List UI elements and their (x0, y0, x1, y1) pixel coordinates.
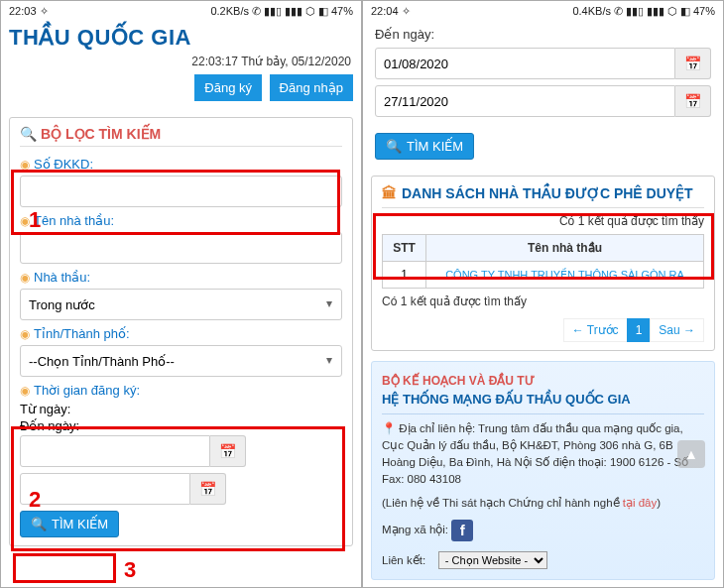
footer-system-title: HỆ THỐNG MẠNG ĐẤU THẦU QUỐC GIA (382, 390, 704, 414)
date1-input[interactable] (375, 48, 675, 79)
vibrate-icon: ✆ (614, 5, 623, 18)
app-title: THẦU QUỐC GIA (1, 21, 361, 53)
annotation-box-3 (13, 553, 116, 583)
footer-social-row: Mạng xã hội: f (382, 520, 704, 541)
dot-icon (20, 213, 30, 228)
statusbar: 22:04 ✧ 0.4KB/s ✆ ▮▮▯ ▮▮▮ ⬡ ◧ 47% (363, 1, 723, 21)
calendar-icon[interactable]: 📅 (675, 48, 711, 79)
footer-address-text: Địa chỉ liên hệ: Trung tâm đấu thầu qua … (382, 422, 688, 486)
status-speed: 0.4KB/s (572, 5, 611, 17)
footer-contact-suffix: ) (657, 497, 661, 509)
filter-panel: 🔍 BỘ LỌC TÌM KIẾM Số ĐKKD: Tên nhà thầu:… (9, 117, 353, 546)
dot-icon (20, 383, 30, 398)
nhathau-select[interactable]: Trong nước (20, 289, 342, 320)
calendar-icon[interactable]: 📅 (210, 435, 246, 467)
signal-icon: ▮▮▯ (264, 5, 282, 18)
results-panel: 🏛 DANH SÁCH NHÀ THẦU ĐƯỢC PHÊ DUYỆT Có 1… (371, 176, 715, 351)
footer-link-label: Liên kết: (382, 554, 425, 566)
signal-icon: ▮▮▯ (626, 5, 644, 18)
footer-address: 📍 Địa chỉ liên hệ: Trung tâm đấu thầu qu… (382, 420, 704, 489)
dot-icon (20, 326, 30, 341)
table-row: 1 CÔNG TY TNHH TRUYỀN THÔNG SÀI GÒN RA (383, 262, 704, 289)
register-button[interactable]: Đăng ký (194, 74, 262, 101)
pager-prev[interactable]: ← Trước (563, 318, 628, 342)
tinh-select[interactable]: --Chọn Tỉnh/Thành Phố-- (20, 345, 342, 377)
footer-links-row: Liên kết: - Chọn Website - (382, 551, 704, 569)
results-table: STT Tên nhà thầu 1 CÔNG TY TNHH TRUYỀN T… (382, 234, 704, 289)
date2-input[interactable] (375, 85, 675, 117)
table-header-row: STT Tên nhà thầu (383, 235, 704, 262)
results-count-top: Có 1 kết quả được tìm thấy (382, 208, 704, 234)
status-speed: 0.2KB/s (210, 5, 249, 17)
battery-icon: ◧ (680, 5, 690, 18)
results-header: 🏛 DANH SÁCH NHÀ THẦU ĐƯỢC PHÊ DUYỆT (382, 184, 704, 208)
cell-name-link[interactable]: CÔNG TY TNHH TRUYỀN THÔNG SÀI GÒN RA (426, 262, 704, 289)
status-time: 22:04 (371, 5, 399, 17)
field-label-ten: Tên nhà thầu: (34, 213, 114, 228)
battery-icon: ◧ (318, 5, 328, 18)
to-date-input[interactable] (20, 473, 190, 505)
pin-icon: 📍 (382, 422, 396, 434)
annotation-number-3: 3 (124, 557, 136, 583)
scroll-top-button[interactable]: ▲ (677, 440, 705, 468)
footer-contact: (Liên hệ về Thi sát hạch Chứng chỉ hành … (382, 495, 704, 512)
search-icon: 🔍 (31, 517, 47, 531)
footer-panel: BỘ KẾ HOẠCH VÀ ĐẦU TƯ HỆ THỐNG MẠNG ĐẤU … (371, 361, 715, 580)
field-label-nhathau: Nhà thầu: (34, 270, 90, 285)
dkkd-input[interactable] (20, 176, 342, 207)
status-battery: 47% (331, 5, 353, 17)
footer-contact-prefix: (Liên hệ về Thi sát hạch Chứng chỉ hành … (382, 497, 623, 509)
page-datetime: 22:03:17 Thứ bảy, 05/12/2020 (1, 53, 361, 74)
pager: ← Trước1Sau → (382, 314, 704, 342)
col-ten: Tên nhà thầu (426, 235, 704, 262)
results-header-label: DANH SÁCH NHÀ THẦU ĐƯỢC PHÊ DUYỆT (402, 185, 693, 201)
building-icon: 🏛 (382, 184, 397, 201)
footer-contact-link[interactable]: tại đây (623, 497, 658, 509)
wifi-icon: ⬡ (305, 5, 315, 18)
field-label-thoigian: Thời gian đăng ký: (34, 383, 140, 398)
search-button-label: TÌM KIẾM (407, 139, 463, 154)
pager-next[interactable]: Sau → (650, 318, 704, 342)
dot-icon (20, 157, 30, 172)
dot-icon (20, 270, 30, 285)
search-icon: 🔍 (386, 139, 402, 154)
vibrate-icon: ✆ (252, 5, 261, 18)
calendar-icon[interactable]: 📅 (675, 85, 711, 117)
filter-header: 🔍 BỘ LỌC TÌM KIẾM (20, 126, 342, 147)
from-date-input[interactable] (20, 435, 210, 467)
footer-ministry: BỘ KẾ HOẠCH VÀ ĐẦU TƯ (382, 372, 704, 390)
ten-nhathau-input[interactable] (20, 232, 342, 264)
website-select[interactable]: - Chọn Website - (438, 551, 547, 569)
field-label-tungay: Từ ngày: (20, 402, 342, 416)
pager-page-1[interactable]: 1 (627, 318, 652, 342)
facebook-icon[interactable]: f (451, 520, 473, 541)
search-button[interactable]: 🔍 TÌM KIẾM (375, 133, 474, 160)
wifi-icon: ⬡ (667, 5, 677, 18)
col-stt: STT (383, 235, 426, 262)
login-button[interactable]: Đăng nhập (270, 74, 353, 101)
search-button-label: TÌM KIẾM (52, 517, 108, 531)
cell-idx: 1 (383, 262, 426, 289)
footer-social-label: Mạng xã hội: (382, 524, 448, 535)
calendar-icon[interactable]: 📅 (190, 473, 226, 505)
field-label-denngay: Đến ngày: (20, 418, 342, 433)
field-label-tinh: Tỉnh/Thành phố: (34, 326, 130, 341)
field-label-denngay: Đến ngày: (363, 21, 723, 44)
search-icon: 🔍 (20, 126, 37, 142)
status-battery: 47% (693, 5, 715, 17)
statusbar: 22:03 ✧ 0.2KB/s ✆ ▮▮▯ ▮▮▮ ⬡ ◧ 47% (1, 1, 361, 21)
search-button[interactable]: 🔍 TÌM KIẾM (20, 511, 119, 537)
signal-icon: ▮▮▮ (285, 5, 302, 18)
signal-icon: ▮▮▮ (647, 5, 664, 18)
arrow-up-icon: ▲ (684, 446, 698, 462)
results-count-bottom: Có 1 kết quả được tìm thấy (382, 289, 704, 314)
field-label-dkkd: Số ĐKKD: (34, 157, 93, 172)
status-time: 22:03 (9, 5, 37, 17)
filter-header-label: BỘ LỌC TÌM KIẾM (41, 126, 161, 142)
